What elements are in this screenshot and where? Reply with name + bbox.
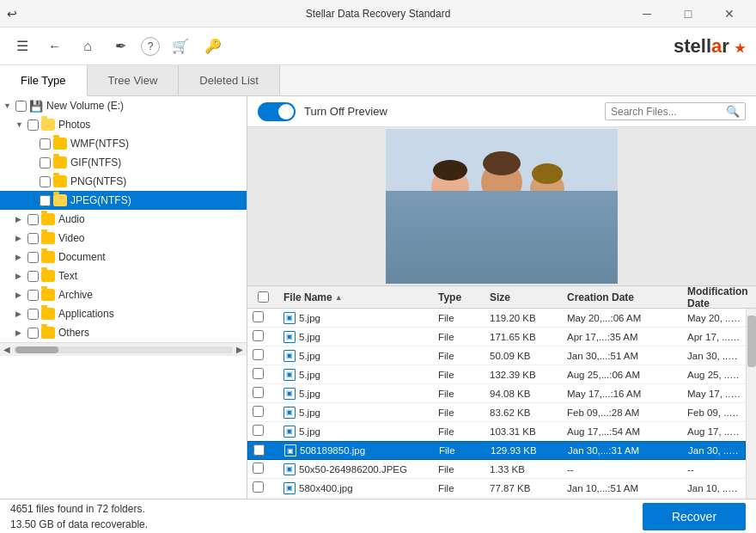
row-checkbox[interactable] <box>253 444 265 456</box>
file-list-area: File Name ▲ Type Size Creation Date Modi… <box>247 286 756 499</box>
row-checkbox[interactable] <box>253 406 264 417</box>
tree-checkbox-archive[interactable] <box>27 290 39 301</box>
col-header-size[interactable]: Size <box>485 291 562 303</box>
maximize-button[interactable]: □ <box>668 0 708 28</box>
folder-icon <box>41 232 55 244</box>
tree-item-document[interactable]: ▶ Document <box>0 248 247 266</box>
scrollbar-thumb <box>747 316 756 367</box>
tree-item-wmf[interactable]: WMF(NTFS) <box>0 134 247 153</box>
tab-deleted-list[interactable]: Deleted List <box>179 65 280 95</box>
help-icon[interactable]: ? <box>141 37 160 56</box>
file-icon: ▣ <box>284 407 296 419</box>
file-row[interactable]: ▣5.jpg File 103.31 KB Aug 17,...:54 AM A… <box>247 422 746 441</box>
tree-checkbox-png[interactable] <box>40 176 51 187</box>
horizontal-scrollbar[interactable]: ◀ ▶ <box>0 342 247 356</box>
tree-checkbox-others[interactable] <box>27 328 39 339</box>
svg-rect-5 <box>479 201 525 257</box>
file-icon: ▣ <box>284 388 296 400</box>
tree-checkbox-document[interactable] <box>27 252 39 263</box>
file-list-scroll-area[interactable]: ▣5.jpg File 119.20 KB May 20,...:06 AM M… <box>247 309 746 499</box>
search-icon[interactable]: 🔍 <box>726 105 740 118</box>
col-header-modified[interactable]: Modification Date <box>682 286 753 309</box>
file-row[interactable]: ▣5.jpg File 132.39 KB Aug 25,...:06 AM A… <box>247 365 746 384</box>
row-checkbox[interactable] <box>253 368 264 379</box>
status-bar: 4651 files found in 72 folders. 13.50 GB… <box>0 499 756 533</box>
cart-icon[interactable]: 🛒 <box>168 34 192 58</box>
row-checkbox[interactable] <box>253 311 264 322</box>
tree-item-text[interactable]: ▶ Text <box>0 266 247 285</box>
row-checkbox[interactable] <box>253 387 264 398</box>
tree-checkbox-text[interactable] <box>27 271 39 282</box>
tree-checkbox-photos[interactable] <box>27 119 39 131</box>
edit-icon[interactable]: ✒ <box>108 34 132 58</box>
home-icon[interactable]: ⌂ <box>76 34 100 58</box>
file-row[interactable]: ▣580x400.jpg File 77.87 KB Jan 10,...:51… <box>247 479 746 498</box>
tab-file-type[interactable]: File Type <box>0 65 88 96</box>
menu-icon[interactable]: ☰ <box>10 34 34 58</box>
file-row[interactable]: ▣5.jpg File 50.09 KB Jan 30,...:51 AM Ja… <box>247 346 746 365</box>
tree-item-audio[interactable]: ▶ Audio <box>0 210 247 229</box>
col-header-type[interactable]: Type <box>433 291 485 303</box>
row-checkbox[interactable] <box>253 481 264 493</box>
row-checkbox[interactable] <box>253 349 264 360</box>
preview-image <box>386 129 618 284</box>
expand-arrow: ▶ <box>15 234 27 242</box>
vertical-scrollbar[interactable] <box>746 309 756 499</box>
scroll-right-arrow[interactable]: ▶ <box>236 345 243 354</box>
file-row[interactable]: ▣5.jpg File 94.08 KB May 17,...:16 AM Ma… <box>247 384 746 403</box>
preview-toggle[interactable] <box>258 102 296 121</box>
tree-checkbox-video[interactable] <box>27 233 39 244</box>
family-photo-svg <box>386 129 618 284</box>
search-box: 🔍 <box>605 102 746 120</box>
tree-checkbox-gif[interactable] <box>40 157 51 168</box>
tree-item-gif[interactable]: GIF(NTFS) <box>0 153 247 172</box>
recover-button[interactable]: Recover <box>643 503 746 530</box>
tree-item-archive[interactable]: ▶ Archive <box>0 285 247 304</box>
undo-icon: ↩ <box>7 7 17 21</box>
sort-arrow: ▲ <box>335 293 343 302</box>
tree-item-volume-e[interactable]: ▼ 💾 New Volume (E:) <box>0 96 247 115</box>
folder-icon <box>41 270 55 282</box>
file-row[interactable]: ▣5.jpg File 83.62 KB Feb 09,...:28 AM Fe… <box>247 403 746 422</box>
scroll-track[interactable] <box>14 346 233 353</box>
tab-tree-view[interactable]: Tree View <box>88 65 180 95</box>
scroll-left-arrow[interactable]: ◀ <box>3 345 10 354</box>
title-bar-left: ↩ <box>7 7 17 21</box>
col-header-name[interactable]: File Name ▲ <box>278 291 433 303</box>
col-header-check <box>247 291 278 303</box>
row-checkbox[interactable] <box>253 330 264 341</box>
close-button[interactable]: ✕ <box>710 0 749 28</box>
col-header-created[interactable]: Creation Date <box>562 291 682 303</box>
tree-checkbox-jpeg[interactable] <box>40 195 51 206</box>
folder-icon <box>41 251 55 263</box>
file-icon: ▣ <box>284 369 296 381</box>
tree-item-photos[interactable]: ▼ Photos <box>0 115 247 134</box>
back-icon[interactable]: ← <box>43 34 67 58</box>
right-panel: Turn Off Preview 🔍 <box>247 96 756 499</box>
row-checkbox[interactable] <box>253 425 264 436</box>
file-row[interactable]: ▣5.jpg File 171.65 KB Apr 17,...:35 AM A… <box>247 328 746 346</box>
select-all-checkbox[interactable] <box>258 291 269 303</box>
search-input[interactable] <box>611 106 722 118</box>
tree-checkbox-volume-e[interactable] <box>15 101 27 112</box>
tree-item-png[interactable]: PNG(NTFS) <box>0 172 247 191</box>
svg-point-10 <box>483 151 521 175</box>
tree-checkbox-audio[interactable] <box>27 214 39 225</box>
tree-item-video[interactable]: ▶ Video <box>0 229 247 248</box>
svg-rect-1 <box>386 224 618 284</box>
file-icon: ▣ <box>284 350 296 362</box>
minimize-button[interactable]: ─ <box>627 0 667 28</box>
file-row[interactable]: ▣580x400.jpg File 79.65 KB Jan 10,...:53… <box>247 498 746 499</box>
tree-item-others[interactable]: ▶ Others <box>0 323 247 342</box>
file-row[interactable]: ▣5.jpg File 119.20 KB May 20,...:06 AM M… <box>247 309 746 328</box>
svg-rect-9 <box>530 205 566 256</box>
key-icon[interactable]: 🔑 <box>201 34 225 58</box>
file-row[interactable]: ▣50x50-264986200.JPEG File 1.33 KB -- -- <box>247 460 746 479</box>
row-checkbox[interactable] <box>253 463 264 474</box>
tree-item-jpeg[interactable]: JPEG(NTFS) <box>0 191 247 210</box>
folder-icon <box>53 175 67 187</box>
file-row-selected[interactable]: ▣508189850.jpg File 129.93 KB Jan 30,...… <box>247 441 746 460</box>
tree-checkbox-wmf[interactable] <box>40 138 51 150</box>
tree-checkbox-applications[interactable] <box>27 309 39 320</box>
tree-item-applications[interactable]: ▶ Applications <box>0 304 247 323</box>
